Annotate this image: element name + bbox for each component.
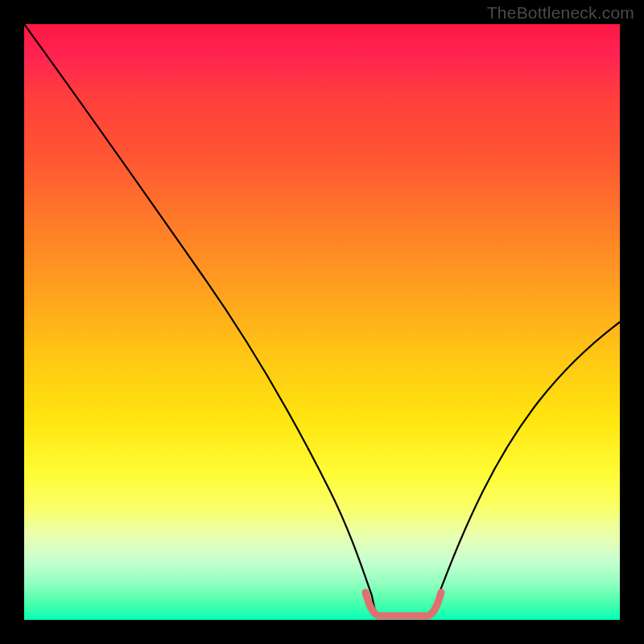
bottleneck-curve-path xyxy=(24,24,620,617)
chart-svg xyxy=(24,24,620,620)
valley-highlight-path xyxy=(365,592,441,616)
watermark-text: TheBottleneck.com xyxy=(487,3,634,23)
plot-area xyxy=(24,24,620,620)
